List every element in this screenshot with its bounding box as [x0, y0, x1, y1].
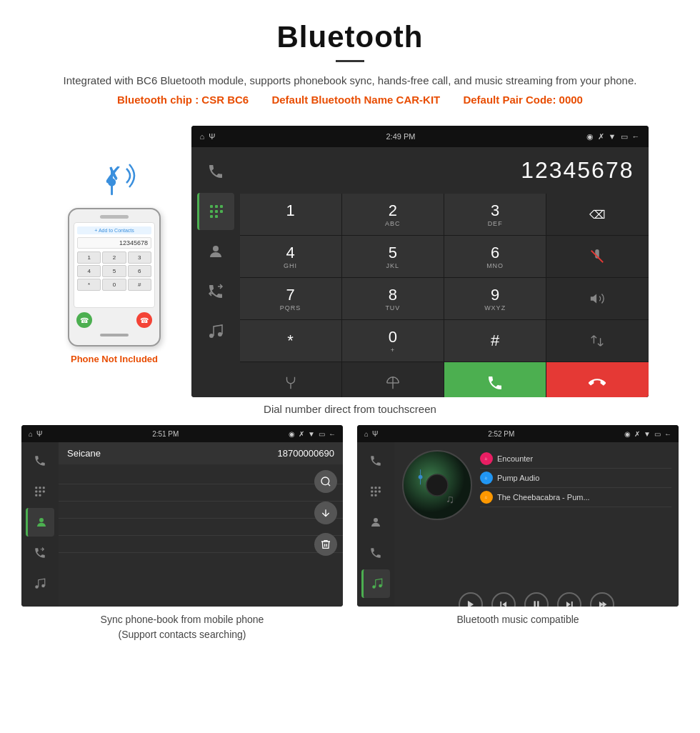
key-hash[interactable]: # [444, 320, 546, 361]
mini-phone-icon[interactable] [26, 447, 54, 475]
contacts-status-right: ◉ ✗ ▼ ▭ ← [289, 430, 336, 438]
music-layout: ⍿ ♫ ♫ [357, 442, 679, 607]
back-icon-mini[interactable]: ← [329, 430, 336, 438]
phone-key-5[interactable]: 5 [102, 265, 126, 277]
key-3[interactable]: 3 DEF [444, 194, 546, 235]
page-title: Bluetooth [57, 20, 643, 54]
svg-rect-21 [39, 494, 41, 497]
phone-call-button[interactable]: ☎ [76, 312, 92, 328]
phone-key-1[interactable]: 1 [77, 251, 101, 264]
svg-rect-28 [379, 487, 381, 489]
pause-button[interactable] [524, 592, 549, 607]
svg-text:♫: ♫ [446, 493, 454, 505]
phone-key-4[interactable]: 4 [77, 265, 101, 277]
sidebar-keypad-icon[interactable] [197, 193, 234, 230]
key-merge[interactable] [240, 362, 341, 397]
contact-line-3[interactable] [59, 502, 343, 519]
key-0[interactable]: 0 + [342, 320, 444, 361]
contact-line-4[interactable] [59, 519, 343, 536]
key-star[interactable]: * [240, 320, 341, 361]
contacts-status-bar: ⌂ Ψ 2:51 PM ◉ ✗ ▼ ▭ ← [21, 425, 343, 442]
sidebar-phone-icon[interactable] [197, 153, 234, 190]
sidebar-music-icon[interactable] [197, 313, 234, 350]
next-button[interactable] [557, 592, 581, 607]
bottom-left-screen: ⌂ Ψ 2:51 PM ◉ ✗ ▼ ▭ ← [21, 425, 343, 642]
mini-keypad-icon[interactable] [26, 477, 54, 506]
sidebar-transfer-icon[interactable] [197, 273, 234, 310]
prev-button[interactable] [491, 592, 516, 607]
svg-point-11 [218, 332, 222, 336]
key-2[interactable]: 2 ABC [342, 194, 444, 235]
phone-key-hash[interactable]: # [128, 279, 151, 291]
delete-contacts-button[interactable] [314, 533, 337, 556]
volume-icon [589, 291, 605, 306]
mini-music-icon[interactable] [26, 569, 54, 598]
phone-key-0[interactable]: 0 [102, 279, 126, 291]
track-3-icon: ♫ [480, 491, 493, 504]
key-9[interactable]: 9 WXYZ [444, 278, 546, 319]
key-end-call[interactable] [546, 362, 648, 397]
music-contacts-icon[interactable] [361, 508, 390, 537]
phone-end-button[interactable]: ☎ [136, 312, 152, 328]
contact-line-2[interactable] [59, 484, 343, 502]
key-8[interactable]: 8 TUV [342, 278, 444, 319]
key-swap[interactable] [546, 320, 648, 361]
key-dtmf[interactable] [342, 362, 444, 397]
svg-rect-51 [537, 601, 539, 607]
svg-rect-3 [220, 205, 223, 208]
svg-rect-20 [35, 494, 37, 497]
skip-button[interactable] [590, 592, 614, 607]
status-bar-time: 2:49 PM [386, 132, 416, 141]
key-7[interactable]: 7 PQRS [240, 278, 341, 319]
contact-line-1[interactable] [59, 467, 343, 484]
key-mute[interactable] [546, 236, 648, 277]
phone-not-included-label: Phone Not Included [71, 354, 158, 364]
mini-contacts-icon[interactable] [26, 508, 54, 537]
phone-key-3[interactable]: 3 [128, 251, 151, 264]
key-5[interactable]: 5 JKL [342, 236, 444, 277]
main-screenshot-area: ✗ ⍿ + Add to Contacts 12345678 1 2 3 4 [0, 126, 700, 397]
music-music-icon[interactable] [361, 569, 390, 598]
phone-key-star[interactable]: * [77, 279, 101, 291]
contact-line-5[interactable] [59, 536, 343, 553]
key-6[interactable]: 6 MNO [444, 236, 546, 277]
key-call[interactable] [444, 362, 546, 397]
music-body: ⍿ ♫ ♫ [394, 442, 679, 585]
back-icon-music[interactable]: ← [664, 430, 671, 438]
track-3[interactable]: ♫ The Cheebacabra - Pum... [480, 488, 671, 507]
usb-icon: Ψ [209, 132, 215, 141]
phone-speaker [100, 215, 129, 219]
svg-point-38 [426, 474, 448, 496]
key-volume[interactable] [546, 278, 648, 319]
svg-rect-2 [215, 205, 218, 208]
keypad-grid: 1 2 ABC 3 DEF ⌫ [240, 194, 649, 397]
spec-name: Default Bluetooth Name CAR-KIT [271, 94, 440, 106]
play-button[interactable] [459, 592, 483, 607]
mini-transfer-icon[interactable] [26, 539, 54, 567]
download-icon [320, 507, 331, 519]
key-backspace[interactable]: ⌫ [546, 194, 648, 235]
back-icon[interactable]: ← [632, 132, 640, 141]
contacts-status-left: ⌂ Ψ [29, 430, 42, 438]
music-keypad-icon[interactable] [361, 477, 390, 506]
key-1[interactable]: 1 [240, 194, 341, 235]
page-specs: Bluetooth chip : CSR BC6 Default Bluetoo… [57, 94, 643, 106]
track-2[interactable]: ♫ Pump Audio [480, 469, 671, 488]
contacts-caption: Sync phone-book from mobile phone (Suppo… [101, 612, 264, 642]
svg-rect-31 [379, 491, 381, 493]
phone-key-6[interactable]: 6 [128, 265, 151, 277]
call-icon [486, 374, 504, 392]
svg-rect-19 [43, 491, 45, 493]
search-contacts-button[interactable] [314, 470, 337, 493]
svg-rect-26 [371, 487, 373, 489]
track-1[interactable]: ♫ Encounter [480, 449, 671, 469]
music-phone-icon[interactable] [361, 447, 390, 475]
svg-point-35 [372, 585, 376, 589]
phone-key-2[interactable]: 2 [102, 251, 126, 264]
download-contacts-button[interactable] [314, 502, 337, 524]
svg-rect-30 [375, 491, 377, 493]
music-transfer-icon[interactable] [361, 539, 390, 567]
sidebar-contacts-icon[interactable] [197, 233, 234, 270]
music-status-right: ◉ ✗ ▼ ▭ ← [624, 430, 671, 438]
key-4[interactable]: 4 GHI [240, 236, 341, 277]
